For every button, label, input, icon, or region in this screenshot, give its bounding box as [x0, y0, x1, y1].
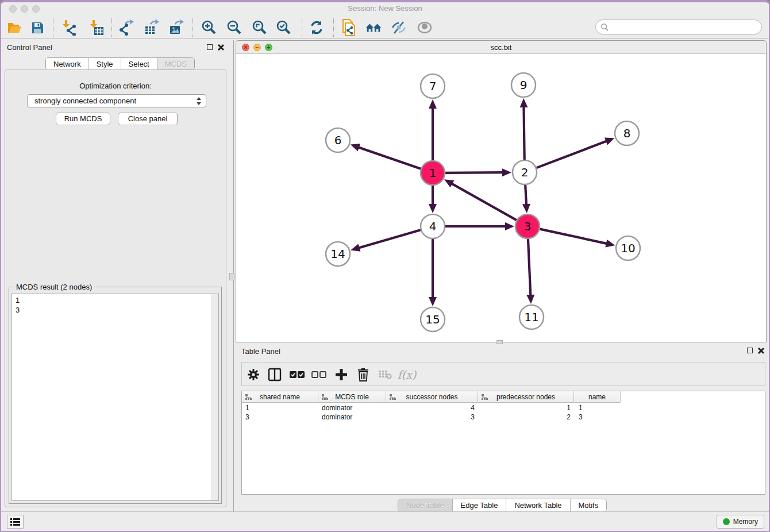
show-all-networks-icon[interactable] [365, 20, 382, 36]
graph-edge-arrow [605, 240, 615, 248]
graph-edge-arrow [351, 244, 360, 251]
graph-edge-3-10[interactable] [540, 229, 608, 244]
open-session-icon[interactable] [6, 20, 23, 36]
table-panel-close-button[interactable] [757, 348, 764, 354]
table-panel-tabs: Node Table Edge Table Network Table Moti… [398, 499, 607, 512]
tab-mcds[interactable]: MCDS [157, 58, 194, 70]
graph-edge-arrow [429, 297, 437, 306]
tab-style[interactable]: Style [89, 58, 121, 70]
graph-node-label: 2 [521, 165, 529, 179]
table-row[interactable]: 1 dominator 4 1 1 [242, 403, 621, 413]
column-label: successor nodes [406, 393, 457, 401]
column-header-shared-name[interactable]: shared name [242, 391, 318, 403]
criterion-select[interactable]: strongly connected component [27, 94, 206, 107]
attribute-tree-icon [245, 394, 252, 400]
select-all-icon[interactable] [288, 367, 306, 383]
graph-node-label: 6 [334, 133, 342, 147]
cell-predecessor-nodes[interactable]: 2 [478, 413, 574, 422]
hide-selected-icon[interactable] [390, 20, 407, 36]
tab-select[interactable]: Select [121, 58, 157, 70]
cell-mcds-role[interactable]: dominator [318, 403, 386, 413]
cell-name[interactable]: 1 [574, 403, 621, 413]
refresh-icon[interactable] [308, 20, 325, 36]
zoom-fit-icon[interactable] [251, 20, 268, 36]
cell-successor-nodes[interactable]: 3 [386, 413, 478, 422]
import-network-icon[interactable] [60, 20, 77, 36]
export-image-icon[interactable] [168, 20, 185, 36]
function-builder-icon: f(x) [398, 367, 415, 383]
memory-label: Memory [733, 518, 758, 526]
tab-edge-table[interactable]: Edge Table [453, 499, 507, 511]
cell-shared-name[interactable]: 1 [242, 403, 318, 413]
status-bar: Memory [1, 511, 769, 531]
network-graph: 7968124314101511 [236, 54, 766, 342]
delete-table-icon [376, 367, 394, 383]
column-header-successor-nodes[interactable]: successor nodes [386, 391, 478, 403]
export-table-icon[interactable] [143, 20, 160, 36]
cell-shared-name[interactable]: 3 [242, 413, 318, 422]
graph-edge-arrow [520, 98, 528, 107]
control-panel-close-button[interactable] [217, 44, 224, 51]
cell-successor-nodes[interactable]: 4 [386, 403, 478, 413]
graph-edge-1-6[interactable] [357, 147, 421, 168]
graph-edge-2-8[interactable] [537, 140, 609, 168]
column-view-icon[interactable] [266, 367, 283, 383]
tab-node-table[interactable]: Node Table [398, 499, 453, 511]
graph-edge-2-9[interactable] [523, 105, 524, 160]
mcds-result-line: 3 [16, 305, 215, 315]
settings-icon[interactable] [245, 367, 262, 383]
horizontal-splitter-handle[interactable] [496, 340, 503, 344]
tab-network[interactable]: Network [46, 58, 89, 70]
close-panel-button[interactable]: Close panel [118, 113, 178, 125]
column-header-mcds-role[interactable]: MCDS role [318, 391, 386, 403]
column-header-predecessor-nodes[interactable]: predecessor nodes [478, 391, 574, 403]
graph-node-label: 11 [524, 310, 538, 324]
graph-edge-2-3[interactable] [525, 185, 526, 206]
mcds-result-list[interactable]: 1 3 [11, 294, 219, 501]
tab-motifs[interactable]: Motifs [571, 499, 607, 511]
search-input[interactable] [609, 21, 761, 33]
zoom-in-icon[interactable] [201, 20, 218, 36]
run-mcds-button[interactable]: Run MCDS [56, 113, 110, 125]
add-column-icon[interactable] [333, 367, 350, 383]
control-panel-float-button[interactable] [207, 44, 213, 50]
deselect-all-icon[interactable] [310, 367, 328, 383]
network-view-window: × − + scc.txt 7968124314101511 [236, 40, 767, 342]
graph-node-label: 8 [623, 126, 631, 140]
delete-column-icon[interactable] [355, 367, 372, 383]
search-field[interactable] [595, 20, 762, 34]
graph-edge-arrow [605, 137, 614, 145]
cell-name[interactable]: 3 [574, 413, 621, 422]
import-table-icon[interactable] [87, 20, 105, 36]
export-network-icon[interactable] [118, 20, 135, 36]
graph-node-label: 9 [520, 78, 528, 92]
graph-node-label: 10 [621, 241, 635, 255]
zoom-out-icon[interactable] [226, 20, 243, 36]
memory-button[interactable]: Memory [717, 515, 764, 529]
table-row[interactable]: 3 dominator 3 2 3 [242, 413, 621, 422]
clone-network-icon[interactable] [340, 20, 357, 36]
network-window-title: scc.txt [236, 43, 766, 52]
result-scrollbar[interactable] [211, 294, 218, 500]
control-panel-tabs: Network Style Select MCDS [45, 57, 195, 70]
save-session-icon[interactable] [29, 20, 46, 36]
column-header-name[interactable]: name [574, 391, 621, 403]
tab-network-table[interactable]: Network Table [506, 499, 570, 511]
vertical-splitter-handle[interactable] [229, 273, 234, 280]
graph-edge-1-2[interactable] [445, 172, 505, 173]
graph-edge-4-14[interactable] [357, 230, 421, 248]
network-window-titlebar[interactable]: × − + scc.txt [236, 41, 766, 54]
table-panel-float-button[interactable] [747, 348, 753, 353]
attribute-tree-icon [481, 394, 488, 400]
select-updown-icon [196, 97, 202, 106]
graph-edge-3-11[interactable] [528, 239, 530, 297]
show-selected-icon [416, 20, 433, 36]
memory-status-icon [723, 518, 730, 525]
task-history-button[interactable] [7, 515, 24, 529]
graph-edge-3-1[interactable] [450, 183, 516, 220]
app-titlebar: Session: New Session [1, 2, 769, 15]
cell-predecessor-nodes[interactable]: 1 [478, 403, 574, 413]
network-canvas[interactable]: 7968124314101511 [236, 54, 766, 342]
zoom-selected-icon[interactable] [275, 20, 292, 36]
cell-mcds-role[interactable]: dominator [318, 413, 386, 422]
